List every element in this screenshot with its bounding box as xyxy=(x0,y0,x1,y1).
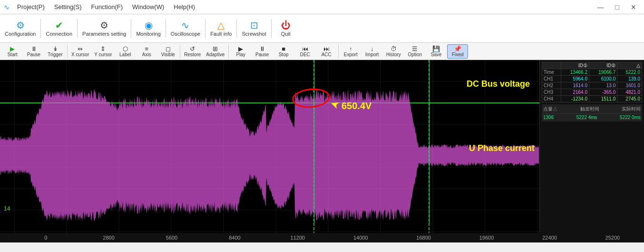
adaptive-button[interactable]: ⊞ Adaptive xyxy=(204,45,227,58)
ch2-v3: 1601.0 xyxy=(617,82,642,89)
ch2-v1: 1614.0 xyxy=(561,82,589,89)
time-row: Time 13466.2 19066.7 5222.0 xyxy=(542,69,642,76)
history-button[interactable]: ⏱ History xyxy=(383,45,404,58)
ch4-row: CH4 -1234.0 1511.0 2745.0 xyxy=(542,96,642,102)
history-icon: ⏱ xyxy=(390,46,397,52)
configuration-icon: ⚙ xyxy=(16,20,25,30)
x-cursor-button[interactable]: ⇔ X cursor xyxy=(69,45,91,58)
fixed-button[interactable]: 📌 Fixed xyxy=(447,44,468,59)
x-tick-2: 5600 xyxy=(140,235,203,241)
maximize-button[interactable]: □ xyxy=(612,2,623,12)
quit-button[interactable]: ⏻ Quit xyxy=(273,19,298,39)
restore-button[interactable]: ↺ Restore xyxy=(182,45,203,58)
ch3-v3: 4821.0 xyxy=(617,89,642,96)
menu-window[interactable]: Window(W) xyxy=(128,2,168,11)
data-table: ID① ID② △ Time 13466.2 19066.7 5222.0 CH… xyxy=(542,62,642,102)
fault-info-label: Fault info xyxy=(210,31,232,37)
export-button[interactable]: ↑ Export xyxy=(340,45,361,58)
visible-button[interactable]: ◻ Visible xyxy=(157,45,178,58)
quit-icon: ⏻ xyxy=(281,20,291,30)
play-icon: ▶ xyxy=(238,46,243,52)
history-label: History xyxy=(386,52,401,57)
pause-button[interactable]: ⏸ Pause xyxy=(23,45,44,58)
cursor-line-1 xyxy=(314,60,314,223)
sep6 xyxy=(236,19,237,38)
ch1-label: CH1 xyxy=(542,76,561,82)
ch2-label: CH2 xyxy=(542,82,561,89)
visible-icon: ◻ xyxy=(166,46,171,52)
x-tick-1: 2800 xyxy=(77,235,140,241)
time-label: Time xyxy=(542,69,561,76)
restore-label: Restore xyxy=(184,52,201,57)
adaptive-icon: ⊞ xyxy=(213,46,218,52)
y-cursor-button[interactable]: ⇕ Y cursor xyxy=(92,45,114,58)
secondary-toolbar: ▶ Start ⏸ Pause ↡ Trigger ⇔ X cursor ⇕ Y… xyxy=(0,43,644,60)
option-icon: ☰ xyxy=(412,46,418,52)
menu-setting[interactable]: Setting(S) xyxy=(50,2,86,11)
pause2-button[interactable]: ⏸ Pause xyxy=(252,45,273,58)
x-cursor-icon: ⇔ xyxy=(78,46,83,52)
x-tick-8: 22400 xyxy=(518,235,581,241)
x-tick-6: 16800 xyxy=(392,235,455,241)
screwshot-button[interactable]: ⊡ Screwshot xyxy=(239,19,269,39)
option-label: Option xyxy=(408,52,422,57)
time-v1: 13466.2 xyxy=(561,69,589,76)
ch2-v2: 13.0 xyxy=(589,82,617,89)
acc-label: ACC xyxy=(322,52,332,57)
parameters-button[interactable]: ⚙ Parameters setting xyxy=(79,19,129,39)
main-toolbar: ⚙ Configuration ✔ Connection ⚙ Parameter… xyxy=(0,14,644,43)
fault-info-button[interactable]: △ Fault info xyxy=(207,19,234,39)
menu-project[interactable]: Project(P) xyxy=(13,2,49,11)
pause-icon: ⏸ xyxy=(31,46,37,52)
dec-button[interactable]: ⏮ DEC xyxy=(294,45,315,58)
acc-button[interactable]: ⏭ ACC xyxy=(316,45,337,58)
stop-label: Stop xyxy=(279,52,289,57)
actual-time-label: 实际时间 xyxy=(622,106,641,112)
save-button[interactable]: 💾 Save xyxy=(426,45,447,58)
connection-label: Connection xyxy=(46,31,72,37)
option-button[interactable]: ☰ Option xyxy=(404,45,425,58)
restore-icon: ↺ xyxy=(190,46,195,52)
oscilloscope-label: Oscilloscope xyxy=(171,31,200,37)
minimize-button[interactable]: — xyxy=(594,2,608,12)
label-button[interactable]: ⬡ Label xyxy=(115,45,136,58)
col-label-header xyxy=(542,62,561,69)
window-controls: — □ ✕ xyxy=(594,2,640,12)
trigger-button[interactable]: ↡ Trigger xyxy=(45,45,66,58)
connection-button[interactable]: ✔ Connection xyxy=(43,19,75,39)
ch4-v2: 1511.0 xyxy=(589,96,617,102)
col-delta-header: △ xyxy=(617,62,642,69)
start-label: Start xyxy=(7,52,17,57)
fixed-label: Fixed xyxy=(452,52,463,57)
axis-label: Axis xyxy=(142,52,151,57)
stop-button[interactable]: ■ Stop xyxy=(273,45,294,58)
point-delta-label: 点量△ xyxy=(543,106,557,112)
chart-area: 14 DC Bus voltage ➤ 650.4V U Phase curre… xyxy=(0,60,644,233)
menu-help[interactable]: Help(H) xyxy=(170,2,199,11)
menu-function[interactable]: Function(F) xyxy=(88,2,127,11)
col-id1-header: ID① xyxy=(561,62,589,69)
oscilloscope-button[interactable]: ∿ Oscilloscope xyxy=(168,19,203,39)
save-icon: 💾 xyxy=(432,46,440,52)
adaptive-label: Adaptive xyxy=(206,52,224,57)
sep3 xyxy=(131,19,131,38)
monitoring-button[interactable]: ◉ Monitoring xyxy=(133,19,163,39)
sep-tb2-1 xyxy=(67,45,68,58)
ch3-v2: -365.0 xyxy=(589,89,617,96)
ch4-v1: -1234.0 xyxy=(561,96,589,102)
trigger-label: Trigger xyxy=(48,52,62,57)
trigger-icon: ↡ xyxy=(53,46,58,52)
close-button[interactable]: ✕ xyxy=(627,2,640,12)
start-button[interactable]: ▶ Start xyxy=(2,45,23,58)
cursor-line-2 xyxy=(429,60,429,223)
bottom-v2: 5222 4ms xyxy=(576,115,597,120)
x-tick-7: 19600 xyxy=(455,235,518,241)
axis-icon: ≡ xyxy=(145,46,149,52)
configuration-label: Configuration xyxy=(5,31,36,37)
dec-icon: ⏮ xyxy=(302,46,308,52)
play-button[interactable]: ▶ Play xyxy=(230,45,251,58)
import-button[interactable]: ↓ Import xyxy=(361,45,382,58)
axis-button[interactable]: ≡ Axis xyxy=(136,45,157,58)
ch3-row: CH3 2164.0 -365.0 4821.0 xyxy=(542,89,642,96)
configuration-button[interactable]: ⚙ Configuration xyxy=(2,19,39,39)
